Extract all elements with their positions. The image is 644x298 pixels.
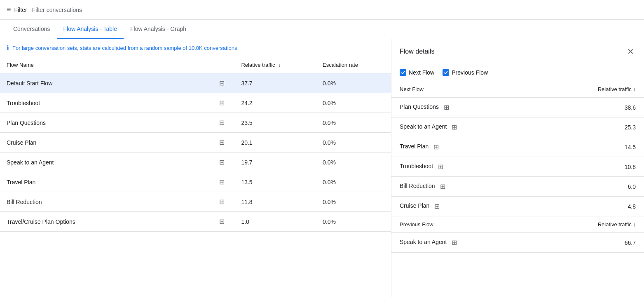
table-row[interactable]: Travel/Cruise Plan Options ⊞ 1.0 0.0%: [0, 212, 391, 232]
flow-table-icon: ⊞: [219, 178, 225, 186]
flow-table-icon: ⊞: [219, 79, 225, 87]
previous-flow-col-name: Previous Flow: [391, 216, 539, 233]
next-flow-name-text: Troubleshoot: [400, 163, 433, 169]
checkbox-next-flow-box[interactable]: [400, 69, 406, 76]
checkbox-next-flow[interactable]: Next Flow: [400, 69, 434, 76]
tab-flow-analysis-table[interactable]: Flow Analysis - Table: [57, 20, 124, 39]
prev-flow-name-cell: Speak to an Agent ⊞: [391, 233, 539, 253]
next-flow-icon: ⊞: [444, 103, 449, 111]
next-flow-traffic-cell: 14.5: [539, 137, 644, 157]
previous-flow-section: Previous Flow Relative traffic ↓ Speak t…: [391, 216, 644, 253]
next-flow-table: Next Flow Relative traffic ↓ Plan Questi…: [391, 81, 644, 216]
next-flow-name-cell: Cruise Plan ⊞: [391, 197, 539, 216]
list-item[interactable]: Plan Questions ⊞ 38.6: [391, 98, 644, 117]
next-flow-traffic-cell: 4.8: [539, 197, 644, 216]
escalation-rate-cell: 0.0%: [316, 73, 391, 93]
escalation-rate-cell: 0.0%: [316, 93, 391, 113]
flow-name-text: Speak to an Agent: [7, 159, 219, 166]
next-flow-name-cell: Speak to an Agent ⊞: [391, 117, 539, 137]
relative-traffic-cell: 20.1: [234, 133, 316, 153]
list-item[interactable]: Travel Plan ⊞ 14.5: [391, 137, 644, 157]
list-item[interactable]: Troubleshoot ⊞ 10.8: [391, 157, 644, 177]
next-flow-section: Next Flow Relative traffic ↓ Plan Questi…: [391, 81, 644, 216]
flow-table-icon: ⊞: [219, 218, 225, 225]
escalation-rate-cell: 0.0%: [316, 192, 391, 212]
list-item[interactable]: Bill Reduction ⊞ 6.0: [391, 177, 644, 197]
flow-name-text: Bill Reduction: [7, 199, 219, 205]
prev-flow-icon: ⊞: [452, 239, 457, 246]
next-flow-traffic-cell: 6.0: [539, 177, 644, 197]
flow-table-icon: ⊞: [219, 158, 225, 166]
next-flow-name-text: Travel Plan: [400, 143, 429, 150]
right-panel: Flow details ✕ Next Flow Previous Flow: [391, 39, 644, 297]
info-icon: ℹ: [7, 44, 9, 52]
filter-placeholder: Filter conversations: [32, 7, 82, 13]
checkbox-previous-flow-label: Previous Flow: [452, 69, 488, 76]
left-panel: ℹ For large conversation sets, stats are…: [0, 39, 391, 297]
table-row[interactable]: Speak to an Agent ⊞ 19.7 0.0%: [0, 153, 391, 172]
next-flow-col-traffic: Relative traffic ↓: [539, 81, 644, 98]
next-flow-name-text: Bill Reduction: [400, 183, 435, 189]
tabs-bar: Conversations Flow Analysis - Table Flow…: [0, 20, 644, 39]
list-item[interactable]: Speak to an Agent ⊞ 66.7: [391, 233, 644, 253]
flow-name-cell: Travel Plan ⊞: [0, 172, 234, 192]
checkbox-previous-flow-box[interactable]: [443, 69, 449, 76]
panel-header: Flow details ✕: [391, 39, 644, 64]
previous-flow-col-traffic: Relative traffic ↓: [539, 216, 644, 233]
table-row[interactable]: Bill Reduction ⊞ 11.8 0.0%: [0, 192, 391, 212]
flow-table-icon: ⊞: [219, 99, 225, 107]
flow-table-icon: ⊞: [219, 119, 225, 127]
relative-traffic-cell: 19.7: [234, 153, 316, 172]
tab-flow-analysis-graph[interactable]: Flow Analysis - Graph: [124, 20, 193, 39]
flow-name-cell: Troubleshoot ⊞: [0, 93, 234, 113]
filter-bar: ≡ Filter Filter conversations: [0, 0, 644, 20]
next-flow-col-name: Next Flow: [391, 81, 539, 98]
relative-traffic-cell: 23.5: [234, 113, 316, 133]
table-row[interactable]: Troubleshoot ⊞ 24.2 0.0%: [0, 93, 391, 113]
flow-name-cell: Bill Reduction ⊞: [0, 192, 234, 212]
close-button[interactable]: ✕: [625, 46, 636, 57]
escalation-rate-cell: 0.0%: [316, 113, 391, 133]
filter-icon: ≡: [7, 5, 11, 14]
table-row[interactable]: Default Start Flow ⊞ 37.7 0.0%: [0, 73, 391, 93]
flow-name-text: Troubleshoot: [7, 100, 219, 106]
next-flow-name-cell: Troubleshoot ⊞: [391, 157, 539, 177]
relative-traffic-cell: 11.8: [234, 192, 316, 212]
checkbox-next-flow-label: Next Flow: [409, 69, 434, 76]
flow-name-cell: Speak to an Agent ⊞: [0, 153, 234, 172]
escalation-rate-cell: 0.0%: [316, 153, 391, 172]
relative-traffic-cell: 37.7: [234, 73, 316, 93]
previous-flow-sort-arrow: ↓: [633, 221, 636, 228]
prev-flow-traffic-cell: 66.7: [539, 233, 644, 253]
next-flow-icon: ⊞: [438, 163, 443, 171]
sort-arrow-icon: ↓: [278, 62, 281, 68]
next-flow-name-text: Plan Questions: [400, 103, 439, 110]
panel-title: Flow details: [400, 48, 434, 55]
next-flow-icon: ⊞: [440, 183, 445, 190]
escalation-rate-cell: 0.0%: [316, 133, 391, 153]
filter-label: Filter: [14, 7, 27, 13]
table-row[interactable]: Travel Plan ⊞ 13.5 0.0%: [0, 172, 391, 192]
flow-name-text: Cruise Plan: [7, 139, 219, 146]
flow-name-cell: Plan Questions ⊞: [0, 113, 234, 133]
info-banner-text: For large conversation sets, stats are c…: [12, 45, 237, 51]
list-item[interactable]: Cruise Plan ⊞ 4.8: [391, 197, 644, 216]
next-flow-traffic-cell: 38.6: [539, 98, 644, 117]
checkbox-row: Next Flow Previous Flow: [391, 64, 644, 81]
checkbox-previous-flow[interactable]: Previous Flow: [443, 69, 488, 76]
flow-table: Flow Name Relative traffic ↓ Escalation …: [0, 57, 391, 232]
escalation-rate-cell: 0.0%: [316, 212, 391, 232]
col-header-relative-traffic[interactable]: Relative traffic ↓: [234, 57, 316, 73]
main-layout: ℹ For large conversation sets, stats are…: [0, 39, 644, 297]
list-item[interactable]: Speak to an Agent ⊞ 25.3: [391, 117, 644, 137]
col-header-flow-name: Flow Name: [0, 57, 234, 73]
tab-conversations[interactable]: Conversations: [7, 20, 57, 39]
next-flow-traffic-cell: 25.3: [539, 117, 644, 137]
next-flow-name-text: Speak to an Agent: [400, 123, 447, 130]
col-header-escalation-rate: Escalation rate: [316, 57, 391, 73]
escalation-rate-cell: 0.0%: [316, 172, 391, 192]
prev-flow-name-text: Speak to an Agent: [400, 239, 447, 245]
table-row[interactable]: Plan Questions ⊞ 23.5 0.0%: [0, 113, 391, 133]
flow-table-icon: ⊞: [219, 198, 225, 206]
table-row[interactable]: Cruise Plan ⊞ 20.1 0.0%: [0, 133, 391, 153]
